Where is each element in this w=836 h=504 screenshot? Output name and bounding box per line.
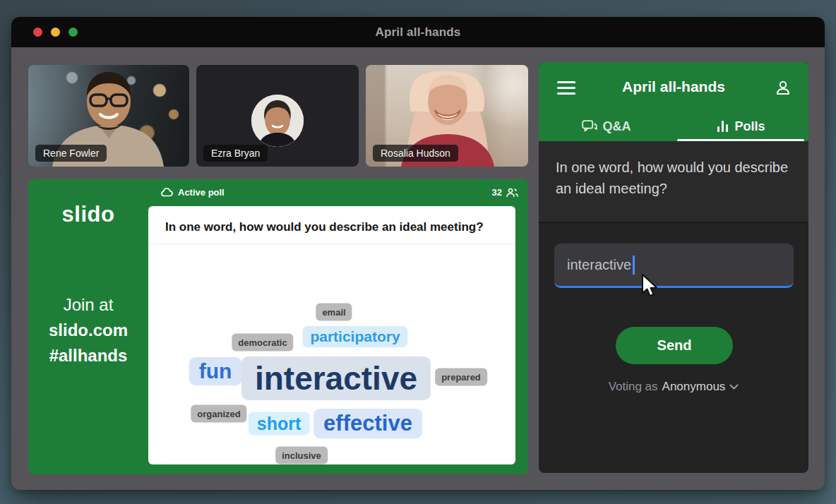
- word-cloud-item: email: [316, 304, 352, 321]
- cloud-icon: [161, 188, 173, 197]
- word-cloud: email participatory democratic fun inter…: [148, 244, 515, 464]
- sidebar-header: April all-hands: [539, 62, 808, 112]
- sidebar-event-title: April all-hands: [622, 78, 725, 95]
- word-cloud-item: organized: [191, 405, 246, 423]
- send-button[interactable]: Send: [616, 327, 733, 364]
- avatar: [251, 95, 304, 147]
- tab-polls[interactable]: Polls: [674, 112, 808, 141]
- slido-participant-sidebar: April all-hands Q&A: [539, 62, 808, 473]
- word-cloud-item: short: [249, 412, 310, 436]
- close-window-button[interactable]: [33, 28, 42, 37]
- join-line: Join at: [28, 292, 148, 318]
- tab-polls-label: Polls: [734, 119, 765, 134]
- traffic-lights: [33, 28, 78, 37]
- video-tile-rosalia[interactable]: Rosalia Hudson: [366, 65, 528, 167]
- bar-chart-icon: [717, 120, 729, 133]
- menu-icon[interactable]: [557, 81, 575, 98]
- word-cloud-item: fun: [189, 357, 242, 385]
- participant-name-label: Rosalia Hudson: [373, 145, 458, 162]
- word-cloud-item: effective: [314, 409, 422, 438]
- app-window: April all-hands Rene Fowler: [11, 17, 825, 490]
- poll-results-card: In one word, how would you describe an i…: [148, 206, 515, 464]
- word-cloud-item: interactive: [241, 356, 431, 400]
- account-icon[interactable]: [775, 79, 792, 99]
- window-titlebar[interactable]: April all-hands: [11, 17, 825, 47]
- word-cloud-item: inclusive: [275, 447, 328, 464]
- people-icon: [506, 188, 518, 198]
- voting-as-prefix: Voting as: [609, 380, 658, 394]
- audience-count: 32: [492, 187, 518, 198]
- avatar-portrait: [251, 95, 304, 147]
- participant-name-label: Rene Fowler: [35, 145, 107, 162]
- word-cloud-item: democratic: [232, 334, 293, 352]
- tab-qa[interactable]: Q&A: [539, 112, 674, 141]
- chat-bubbles-icon: [582, 120, 597, 133]
- answer-input[interactable]: interactive: [554, 244, 794, 288]
- join-hashtag: #allhands: [28, 343, 148, 368]
- answer-input-value: interactive: [567, 257, 631, 273]
- video-tile-rene[interactable]: Rene Fowler: [28, 65, 189, 167]
- join-instructions: Join at slido.com #allhands: [28, 292, 148, 368]
- voting-as-dropdown[interactable]: Voting as Anonymous: [539, 380, 808, 394]
- poll-question: In one word, how would you describe an i…: [148, 206, 515, 244]
- maximize-window-button[interactable]: [68, 28, 78, 37]
- audience-count-value: 32: [492, 187, 502, 198]
- active-poll-status: Active poll: [161, 187, 225, 198]
- join-url: slido.com: [28, 318, 148, 343]
- video-tile-ezra[interactable]: Ezra Bryan: [196, 65, 359, 167]
- window-title: April all-hands: [375, 25, 460, 40]
- minimize-window-button[interactable]: [51, 28, 60, 37]
- participant-name-label: Ezra Bryan: [203, 145, 268, 162]
- chevron-down-icon: [729, 384, 739, 390]
- slido-presentation-panel: Active poll 32 slido Join at slido.com #…: [28, 179, 528, 474]
- word-cloud-item: prepared: [435, 368, 487, 386]
- active-poll-label: Active poll: [178, 187, 225, 198]
- tab-qa-label: Q&A: [603, 119, 631, 134]
- sidebar-tabs: Q&A Polls: [539, 112, 808, 141]
- slido-logo: slido: [28, 202, 148, 227]
- word-cloud-item: participatory: [302, 326, 407, 347]
- sidebar-poll-question: In one word, how would you describe an i…: [539, 141, 808, 223]
- voting-identity: Anonymous: [662, 380, 726, 394]
- text-caret: [633, 256, 635, 275]
